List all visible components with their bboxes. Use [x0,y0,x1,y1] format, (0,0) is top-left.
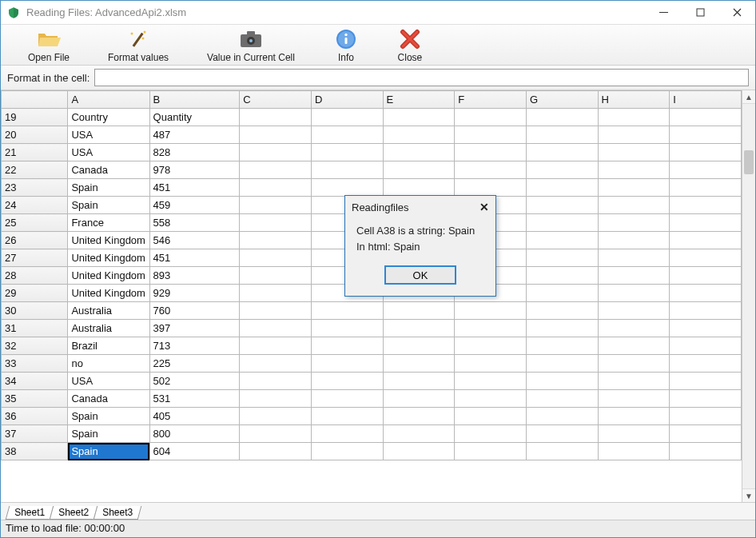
cell[interactable] [670,126,742,144]
cell[interactable] [311,179,383,197]
row-header[interactable]: 32 [2,337,68,355]
cell[interactable] [311,144,383,161]
row-header[interactable]: 37 [2,425,68,443]
cell[interactable]: 397 [149,320,240,337]
cell[interactable] [598,232,670,249]
close-button[interactable]: Close [397,28,423,63]
cell[interactable] [670,408,742,425]
cell[interactable] [598,267,670,285]
cell[interactable] [598,390,670,408]
cell[interactable] [311,408,383,425]
dialog-ok-button[interactable]: OK [384,265,456,285]
cell[interactable] [383,390,455,408]
cell[interactable] [670,285,742,302]
row-header[interactable]: 22 [2,161,68,179]
cell[interactable] [526,197,598,214]
cell[interactable] [455,302,527,320]
column-header[interactable]: A [68,91,149,109]
cell[interactable]: United Kingdom [68,285,149,302]
cell[interactable]: 713 [149,337,240,355]
cell[interactable] [240,390,312,408]
cell[interactable] [455,337,527,355]
cell[interactable] [598,355,670,373]
row-header[interactable]: 30 [2,302,68,320]
cell[interactable] [526,373,598,390]
row-header[interactable]: 34 [2,373,68,390]
row-header[interactable]: 27 [2,249,68,267]
cell[interactable]: 531 [149,390,240,408]
cell[interactable]: Spain [68,179,149,197]
cell[interactable] [240,320,312,337]
cell[interactable]: United Kingdom [68,232,149,249]
cell[interactable] [240,232,312,249]
cell[interactable] [598,285,670,302]
cell[interactable] [598,373,670,390]
cell[interactable] [598,408,670,425]
minimize-button[interactable] [645,1,682,25]
cell[interactable] [240,161,312,179]
cell[interactable]: 225 [149,355,240,373]
cell[interactable]: Country [68,109,149,126]
cell[interactable]: Australia [68,302,149,320]
cell[interactable] [670,232,742,249]
cell[interactable]: 929 [149,285,240,302]
column-header[interactable]: C [240,91,312,109]
cell[interactable] [311,126,383,144]
cell[interactable] [526,337,598,355]
cell[interactable] [311,302,383,320]
dialog-close-button[interactable]: ✕ [479,201,489,213]
cell[interactable] [240,179,312,197]
close-window-button[interactable] [718,1,755,25]
cell[interactable] [526,320,598,337]
cell[interactable]: Spain [68,443,149,460]
cell[interactable] [455,425,527,443]
cell[interactable] [455,408,527,425]
cell[interactable] [670,179,742,197]
cell[interactable] [526,302,598,320]
cell[interactable] [670,161,742,179]
column-header[interactable]: I [670,91,742,109]
cell[interactable] [526,425,598,443]
cell[interactable] [240,373,312,390]
cell[interactable] [598,214,670,232]
cell[interactable] [598,126,670,144]
cell[interactable] [670,214,742,232]
cell[interactable]: 558 [149,214,240,232]
cell[interactable] [383,109,455,126]
cell[interactable] [240,197,312,214]
format-values-button[interactable]: Format values [108,28,169,63]
cell[interactable] [598,425,670,443]
row-header[interactable]: 21 [2,144,68,161]
cell[interactable]: 760 [149,302,240,320]
cell[interactable]: United Kingdom [68,249,149,267]
cell[interactable] [670,109,742,126]
cell[interactable]: Canada [68,390,149,408]
row-header[interactable]: 33 [2,355,68,373]
cell[interactable] [598,320,670,337]
cell[interactable]: USA [68,126,149,144]
cell[interactable] [526,232,598,249]
cell[interactable] [526,390,598,408]
row-header[interactable]: 19 [2,109,68,126]
cell[interactable]: 828 [149,144,240,161]
cell[interactable] [670,355,742,373]
row-header[interactable]: 29 [2,285,68,302]
cell[interactable] [526,355,598,373]
cell[interactable] [670,320,742,337]
cell[interactable] [240,214,312,232]
cell[interactable]: 502 [149,373,240,390]
cell[interactable] [383,179,455,197]
cell[interactable] [455,320,527,337]
cell[interactable] [311,337,383,355]
cell[interactable] [526,109,598,126]
cell[interactable]: 459 [149,197,240,214]
open-file-button[interactable]: Open File [28,28,70,63]
row-header[interactable]: 26 [2,232,68,249]
row-header[interactable]: 23 [2,179,68,197]
column-header[interactable]: G [526,91,598,109]
cell[interactable] [311,373,383,390]
info-button[interactable]: Info [333,28,359,63]
cell[interactable] [383,302,455,320]
cell[interactable] [526,249,598,267]
row-header[interactable]: 20 [2,126,68,144]
